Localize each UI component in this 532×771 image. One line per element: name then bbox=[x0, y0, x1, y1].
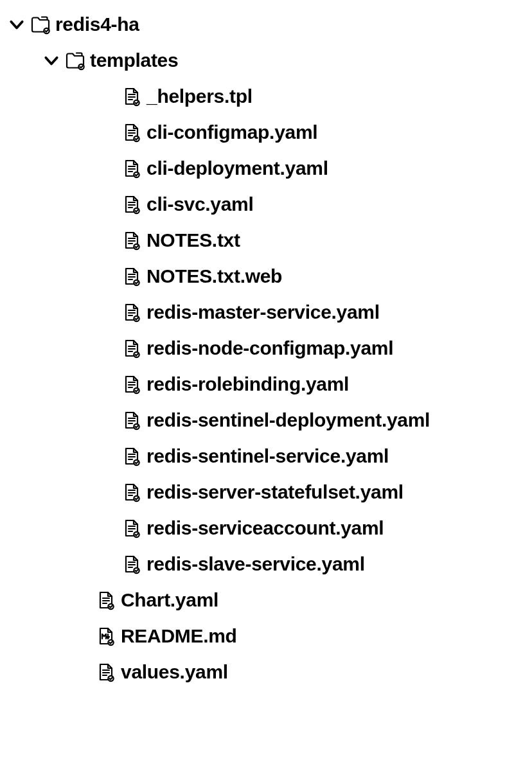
file-row[interactable]: values.yaml bbox=[5, 654, 532, 690]
file-row[interactable]: redis-slave-service.yaml bbox=[5, 546, 532, 582]
file-row[interactable]: redis-sentinel-deployment.yaml bbox=[5, 402, 532, 438]
file-icon bbox=[121, 265, 143, 287]
file-row[interactable]: redis-server-statefulset.yaml bbox=[5, 474, 532, 510]
file-row[interactable]: cli-deployment.yaml bbox=[5, 150, 532, 186]
file-label: redis-master-service.yaml bbox=[146, 303, 380, 322]
file-icon bbox=[121, 193, 143, 215]
folder-label: redis4-ha bbox=[55, 15, 139, 34]
folder-icon bbox=[64, 49, 86, 71]
file-icon bbox=[95, 589, 117, 611]
file-row[interactable]: NOTES.txt bbox=[5, 222, 532, 258]
file-icon bbox=[121, 337, 143, 359]
chevron-down-icon[interactable] bbox=[8, 15, 26, 33]
file-tree: redis4-hatemplates_helpers.tplcli-config… bbox=[5, 6, 532, 690]
file-label: redis-server-statefulset.yaml bbox=[146, 483, 403, 502]
chevron-down-icon[interactable] bbox=[42, 51, 60, 69]
file-icon bbox=[121, 553, 143, 575]
folder-label: templates bbox=[90, 51, 178, 70]
file-label: cli-svc.yaml bbox=[146, 195, 254, 214]
file-label: redis-slave-service.yaml bbox=[146, 554, 365, 574]
file-label: redis-sentinel-service.yaml bbox=[146, 447, 389, 466]
folder-icon bbox=[30, 13, 51, 35]
file-icon bbox=[121, 481, 143, 503]
file-label: NOTES.txt bbox=[146, 231, 240, 250]
file-row[interactable]: _helpers.tpl bbox=[5, 78, 532, 114]
file-icon bbox=[95, 661, 117, 683]
file-label: _helpers.tpl bbox=[146, 87, 253, 106]
file-icon bbox=[121, 85, 143, 107]
file-row[interactable]: NOTES.txt.web bbox=[5, 258, 532, 294]
file-icon bbox=[121, 229, 143, 251]
file-row[interactable]: redis-rolebinding.yaml bbox=[5, 366, 532, 402]
file-label: Chart.yaml bbox=[121, 590, 218, 610]
file-label: redis-sentinel-deployment.yaml bbox=[146, 411, 430, 430]
file-label: redis-rolebinding.yaml bbox=[146, 375, 349, 394]
markdown-file-icon bbox=[95, 625, 117, 647]
file-icon bbox=[121, 445, 143, 467]
file-icon bbox=[121, 517, 143, 539]
file-label: README.md bbox=[121, 626, 237, 646]
file-icon bbox=[121, 373, 143, 395]
file-icon bbox=[121, 121, 143, 143]
file-label: NOTES.txt.web bbox=[146, 267, 282, 286]
file-icon bbox=[121, 301, 143, 323]
file-row[interactable]: cli-svc.yaml bbox=[5, 186, 532, 222]
file-label: cli-configmap.yaml bbox=[146, 123, 317, 142]
file-row[interactable]: cli-configmap.yaml bbox=[5, 114, 532, 150]
file-icon bbox=[121, 409, 143, 431]
file-label: redis-node-configmap.yaml bbox=[146, 339, 393, 358]
file-row[interactable]: redis-node-configmap.yaml bbox=[5, 330, 532, 366]
file-row[interactable]: redis-serviceaccount.yaml bbox=[5, 510, 532, 546]
file-row[interactable]: redis-sentinel-service.yaml bbox=[5, 438, 532, 474]
file-label: cli-deployment.yaml bbox=[146, 159, 328, 178]
file-row[interactable]: README.md bbox=[5, 618, 532, 654]
folder-row[interactable]: templates bbox=[5, 42, 532, 78]
file-row[interactable]: Chart.yaml bbox=[5, 582, 532, 618]
file-label: redis-serviceaccount.yaml bbox=[146, 518, 384, 538]
folder-row[interactable]: redis4-ha bbox=[5, 6, 532, 42]
file-label: values.yaml bbox=[121, 662, 228, 682]
file-row[interactable]: redis-master-service.yaml bbox=[5, 294, 532, 330]
file-icon bbox=[121, 157, 143, 179]
